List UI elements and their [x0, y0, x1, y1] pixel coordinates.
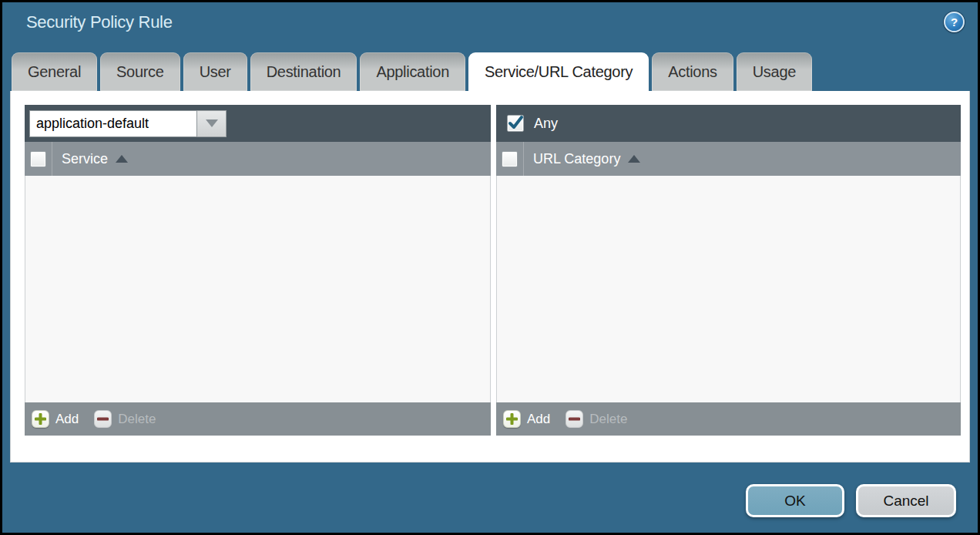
ok-button[interactable]: OK: [746, 484, 844, 517]
delete-label: Delete: [589, 412, 627, 427]
add-label: Add: [527, 412, 550, 427]
tab-bar: General Source User Destination Applicat…: [12, 52, 812, 91]
sort-ascending-icon: [628, 155, 640, 163]
sort-ascending-icon: [116, 155, 128, 163]
service-table-header: Service: [25, 142, 491, 176]
url-category-panel: Any URL Category Add: [496, 105, 961, 436]
minus-icon: [94, 410, 112, 428]
url-category-column-header[interactable]: URL Category: [524, 151, 640, 167]
dialog-title: Security Policy Rule: [26, 12, 173, 32]
cancel-button[interactable]: Cancel: [856, 484, 956, 517]
url-category-footer: Add Delete: [496, 402, 961, 436]
service-add-button[interactable]: Add: [32, 410, 79, 428]
tab-general[interactable]: General: [12, 52, 97, 91]
any-checkbox-row[interactable]: Any: [501, 115, 558, 132]
help-icon[interactable]: ?: [944, 12, 965, 32]
service-mode-combobox: [29, 110, 227, 137]
security-policy-rule-dialog: Security Policy Rule ? General Source Us…: [0, 0, 980, 535]
service-table-body[interactable]: [25, 176, 491, 402]
tab-service-url-category[interactable]: Service/URL Category: [468, 52, 649, 91]
add-label: Add: [55, 412, 79, 427]
service-toolbar: [25, 105, 491, 142]
chevron-down-icon: [206, 119, 218, 127]
url-category-add-button[interactable]: Add: [503, 410, 550, 428]
service-column-label: Service: [62, 151, 108, 167]
url-category-column-label: URL Category: [533, 151, 620, 167]
url-category-toolbar: Any: [496, 105, 961, 142]
tab-usage[interactable]: Usage: [737, 52, 812, 91]
url-category-select-all-cell: [496, 142, 524, 176]
url-category-table-header: URL Category: [496, 142, 961, 176]
tab-source[interactable]: Source: [100, 52, 180, 91]
url-category-select-all-checkbox[interactable]: [502, 151, 518, 167]
service-footer: Add Delete: [25, 402, 491, 436]
url-category-delete-button[interactable]: Delete: [566, 410, 627, 428]
service-select-all-cell: [25, 142, 52, 176]
plus-icon: [503, 410, 521, 428]
plus-icon: [32, 410, 49, 428]
minus-icon: [566, 410, 583, 428]
delete-label: Delete: [118, 412, 156, 427]
service-mode-dropdown-button[interactable]: [197, 110, 227, 137]
service-select-all-checkbox[interactable]: [30, 151, 46, 167]
service-panel: Service Add Delete: [25, 105, 491, 436]
checkmark-icon: [508, 116, 523, 131]
tab-user[interactable]: User: [183, 52, 247, 91]
tab-actions[interactable]: Actions: [652, 52, 733, 91]
tab-destination[interactable]: Destination: [250, 52, 357, 91]
any-label: Any: [534, 116, 558, 132]
service-column-header[interactable]: Service: [52, 151, 128, 167]
tab-content: Service Add Delete: [10, 91, 970, 463]
service-delete-button[interactable]: Delete: [94, 410, 156, 428]
service-mode-input[interactable]: [29, 110, 197, 137]
url-category-table-body[interactable]: [496, 176, 961, 402]
tab-application[interactable]: Application: [360, 52, 465, 91]
any-checkbox[interactable]: [507, 115, 524, 132]
